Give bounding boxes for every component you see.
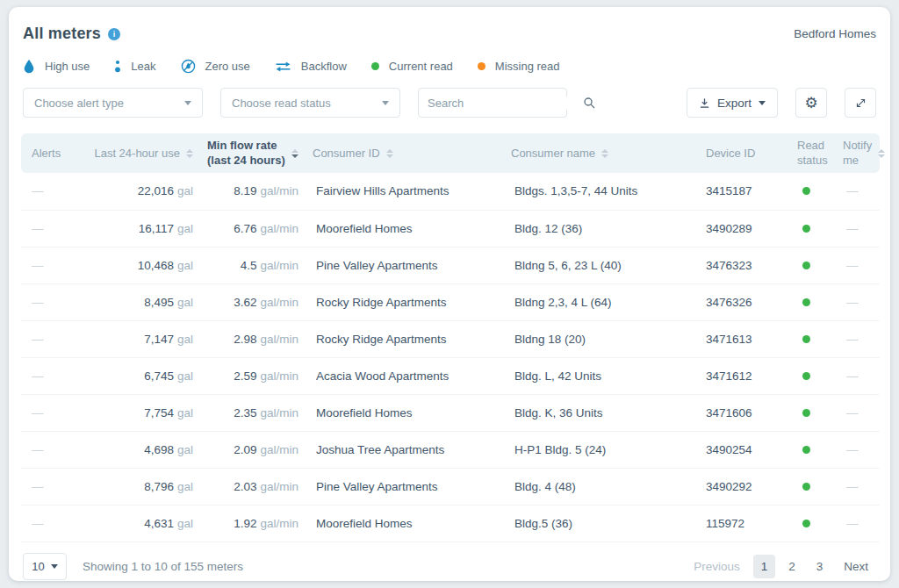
last-24-hour-use-cell: 8,796gal bbox=[77, 468, 200, 505]
notify-me-cell: — bbox=[836, 431, 880, 468]
read-status-dot bbox=[802, 225, 810, 233]
consumer-id-cell: Joshua Tree Apartments bbox=[306, 431, 504, 468]
sort-icon bbox=[186, 149, 193, 158]
alerts-cell: — bbox=[21, 247, 77, 283]
legend-label: Leak bbox=[131, 60, 155, 73]
col-last-24-hour-use[interactable]: Last 24-hour use bbox=[77, 133, 200, 173]
search-input[interactable] bbox=[428, 97, 582, 110]
read-status-select[interactable]: Choose read status bbox=[220, 88, 400, 118]
chevron-down-icon bbox=[51, 564, 58, 569]
pagination-next[interactable]: Next bbox=[836, 555, 876, 578]
sort-icon bbox=[878, 149, 885, 158]
notify-me-cell: — bbox=[836, 247, 880, 283]
pagination-previous[interactable]: Previous bbox=[686, 555, 748, 578]
export-button[interactable]: Export bbox=[687, 88, 778, 118]
chevron-down-icon bbox=[382, 101, 389, 105]
min-flow-rate-cell: 4.5gal/min bbox=[200, 247, 306, 283]
consumer-name-cell: Bldgs. 1,3,5-7, 44 Units bbox=[504, 173, 699, 210]
col-min-flow-rate[interactable]: Min flow rate(last 24 hours) bbox=[200, 133, 306, 173]
last-24-hour-use-cell: 4,698gal bbox=[77, 431, 200, 468]
consumer-id-cell: Fairview Hills Apartments bbox=[306, 173, 504, 210]
consumer-id-cell: Pine Valley Apartments bbox=[306, 247, 504, 283]
device-id-cell: 3490292 bbox=[699, 468, 790, 505]
notify-me-cell: — bbox=[836, 320, 880, 357]
alerts-cell: — bbox=[21, 394, 77, 431]
account-name: Bedford Homes bbox=[794, 27, 876, 40]
legend-label: Current read bbox=[389, 60, 453, 73]
consumer-name-cell: Bldg. 4 (48) bbox=[504, 468, 699, 505]
min-flow-rate-cell: 2.35gal/min bbox=[200, 394, 306, 431]
table-row: — 16,117gal 6.76gal/min Moorefield Homes… bbox=[21, 210, 880, 247]
table-row: — 7,754gal 2.35gal/min Moorefield Homes … bbox=[21, 394, 880, 431]
min-flow-rate-cell: 2.59gal/min bbox=[200, 357, 306, 394]
consumer-name-cell: Bldng 2,3, 4 L (64) bbox=[504, 283, 699, 320]
min-flow-rate-cell: 2.98gal/min bbox=[200, 320, 306, 357]
card-header: All meters i Bedford Homes bbox=[21, 19, 878, 43]
col-read-status: Read status bbox=[790, 133, 836, 173]
table-row: — 7,147gal 2.98gal/min Rocky Ridge Apart… bbox=[21, 320, 880, 357]
read-status-cell bbox=[790, 394, 836, 431]
notify-me-cell: — bbox=[836, 505, 880, 541]
pagination-page-3[interactable]: 3 bbox=[809, 555, 831, 578]
alerts-cell: — bbox=[21, 210, 77, 247]
read-status-dot bbox=[802, 520, 810, 527]
legend-item-high-use: High use bbox=[23, 59, 90, 74]
consumer-id-cell: Moorefield Homes bbox=[306, 210, 504, 247]
info-icon[interactable]: i bbox=[108, 28, 120, 40]
legend-item-current-read: Current read bbox=[371, 60, 453, 73]
read-status-cell bbox=[790, 173, 836, 210]
col-alerts: Alerts bbox=[21, 133, 77, 173]
alerts-cell: — bbox=[21, 173, 77, 210]
col-device-id: Device ID bbox=[699, 133, 790, 173]
notify-me-cell: — bbox=[836, 210, 880, 247]
legend-item-backflow: Backflow bbox=[275, 60, 347, 73]
col-consumer-id[interactable]: Consumer ID bbox=[306, 133, 504, 173]
min-flow-rate-cell: 8.19gal/min bbox=[200, 173, 306, 210]
backflow-arrows-icon bbox=[275, 61, 291, 73]
table-footer: 10 Showing 1 to 10 of 155 meters Previou… bbox=[23, 553, 876, 580]
read-status-cell bbox=[790, 210, 836, 247]
consumer-name-cell: Bldg. K, 36 Units bbox=[504, 394, 699, 431]
device-id-cell: 3476326 bbox=[699, 283, 790, 320]
missing-read-dot-icon bbox=[478, 62, 485, 70]
consumer-id-cell: Moorefield Homes bbox=[306, 394, 504, 431]
col-notify-me[interactable]: Notify me bbox=[836, 133, 880, 173]
last-24-hour-use-cell: 6,745gal bbox=[77, 357, 200, 394]
zero-use-icon bbox=[181, 59, 196, 74]
pagination-page-2[interactable]: 2 bbox=[780, 555, 803, 578]
legend: High use Leak Zero use Backflow Current … bbox=[23, 59, 876, 74]
pagination-page-1[interactable]: 1 bbox=[753, 555, 776, 578]
gear-icon: ⚙ bbox=[804, 96, 817, 111]
consumer-name-cell: Bldng 18 (20) bbox=[504, 320, 699, 357]
table-row: — 8,495gal 3.62gal/min Rocky Ridge Apart… bbox=[21, 283, 880, 320]
read-status-dot bbox=[802, 187, 810, 195]
last-24-hour-use-cell: 16,117gal bbox=[77, 210, 200, 247]
leak-drips-icon bbox=[114, 59, 121, 74]
min-flow-rate-cell: 6.76gal/min bbox=[200, 210, 306, 247]
legend-item-zero-use: Zero use bbox=[181, 59, 250, 74]
read-status-cell bbox=[790, 505, 836, 541]
legend-label: Backflow bbox=[301, 60, 347, 73]
consumer-name-cell: Bldng 5, 6, 23 L (40) bbox=[504, 247, 699, 283]
read-status-dot bbox=[802, 372, 810, 380]
read-status-cell bbox=[790, 468, 836, 505]
consumer-name-cell: Bldg. L, 42 Units bbox=[504, 357, 699, 394]
settings-button[interactable]: ⚙ bbox=[795, 88, 827, 118]
col-consumer-name[interactable]: Consumer name bbox=[504, 133, 699, 173]
consumer-name-cell: H-P1 Bldg. 5 (24) bbox=[504, 431, 699, 468]
expand-button[interactable] bbox=[845, 88, 876, 118]
page-size-select[interactable]: 10 bbox=[23, 553, 67, 580]
notify-me-cell: — bbox=[836, 357, 880, 394]
chevron-down-icon bbox=[759, 101, 766, 105]
alert-type-select[interactable]: Choose alert type bbox=[23, 88, 203, 118]
read-status-dot bbox=[802, 335, 810, 343]
alerts-cell: — bbox=[21, 431, 77, 468]
alerts-cell: — bbox=[21, 283, 77, 320]
last-24-hour-use-cell: 10,468gal bbox=[77, 247, 200, 283]
read-status-dot bbox=[802, 298, 810, 306]
search-field[interactable] bbox=[418, 88, 567, 118]
sort-icon bbox=[386, 149, 393, 158]
expand-diagonal-icon bbox=[855, 97, 867, 109]
last-24-hour-use-cell: 4,631gal bbox=[77, 505, 200, 541]
sort-icon bbox=[601, 149, 608, 158]
